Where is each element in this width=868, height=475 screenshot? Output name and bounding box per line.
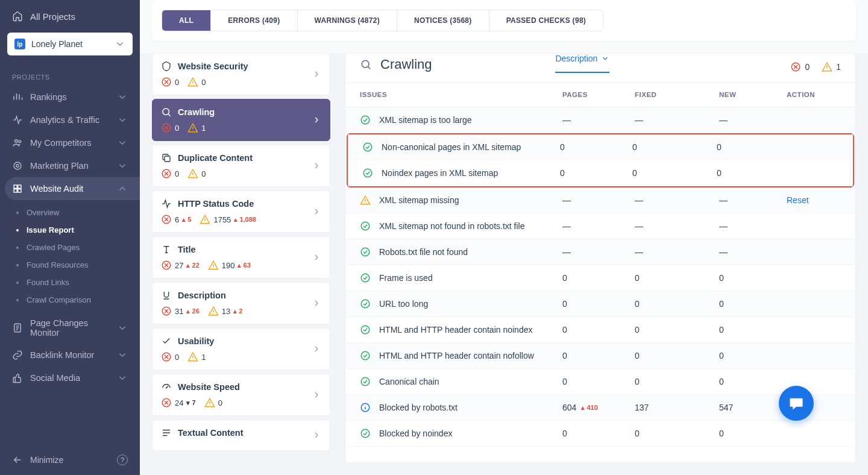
- category-card-security[interactable]: Website Security 0 0: [152, 53, 330, 95]
- table-row[interactable]: URL too long 0 0 0: [345, 291, 855, 317]
- filter-tab[interactable]: ALL: [162, 10, 211, 31]
- sidebar-subitem[interactable]: Overview: [0, 204, 140, 221]
- sidebar-item-label: Social Media: [30, 373, 80, 383]
- error-count: 6: [175, 215, 179, 224]
- all-projects-link[interactable]: All Projects: [7, 7, 133, 25]
- sidebar-subitem[interactable]: Found Links: [0, 274, 140, 291]
- error-icon: [161, 122, 172, 133]
- chat-button[interactable]: [779, 386, 814, 421]
- sidebar-item-backlink[interactable]: Backlink Monitor: [0, 344, 140, 366]
- chevron-down-icon: [117, 373, 128, 383]
- speed-icon: [161, 382, 172, 392]
- sidebar-item-pagechanges[interactable]: Page Changes Monitor: [0, 312, 140, 344]
- filter-label: Description: [555, 54, 597, 63]
- chevron-down-icon: [117, 350, 128, 360]
- new-value: 0: [717, 142, 784, 152]
- category-card-desc[interactable]: Description 31▴ 26 13▴ 2: [152, 282, 330, 324]
- error-delta: ▴ 26: [186, 307, 199, 315]
- textual-icon: [161, 427, 172, 438]
- chevron-right-icon: [312, 344, 321, 354]
- help-icon[interactable]: ?: [117, 455, 128, 465]
- fixed-value: 137: [635, 403, 719, 412]
- category-title: Website Speed: [178, 382, 240, 392]
- chat-icon: [788, 395, 805, 412]
- error-icon: [161, 306, 172, 316]
- fixed-value: 0: [635, 325, 719, 335]
- category-title: Website Security: [178, 61, 248, 71]
- minimize-button[interactable]: Minimize ?: [0, 445, 140, 475]
- filter-tab[interactable]: PASSED CHECKS (98): [489, 10, 603, 31]
- pass-icon: [360, 272, 371, 283]
- warning-icon: [208, 306, 219, 316]
- pages-value: 0: [562, 351, 567, 360]
- filter-tab[interactable]: NOTICES (3568): [397, 10, 489, 31]
- usability-icon: [161, 336, 172, 347]
- project-selector[interactable]: lp Lonely Planet: [7, 33, 133, 55]
- sidebar-subitem[interactable]: Found Resources: [0, 256, 140, 274]
- issue-name: XML sitemap is too large: [379, 115, 472, 125]
- http-icon: [161, 198, 172, 209]
- category-card-http[interactable]: HTTP Status Code 6▴ 5 1755▴ 1,088: [152, 190, 330, 233]
- category-card-speed[interactable]: Website Speed 24▾ 7 0: [152, 374, 330, 416]
- sidebar-item-competitors[interactable]: My Competitors: [0, 131, 140, 154]
- pass-icon: [362, 168, 373, 178]
- sidebar-subitem[interactable]: Crawl Comparison: [0, 291, 140, 309]
- sidebar-item-rankings[interactable]: Rankings: [0, 86, 140, 109]
- chevron-down-icon: [117, 137, 128, 148]
- category-title: Description: [178, 291, 226, 300]
- sidebar-item-analytics[interactable]: Analytics & Traffic: [0, 109, 140, 131]
- pages-value: —: [562, 247, 571, 257]
- pass-icon: [360, 115, 371, 125]
- sidebar-item-label: Page Changes Monitor: [30, 318, 110, 338]
- issue-name: Blocked by robots.txt: [379, 403, 458, 412]
- table-row[interactable]: XML sitemap not found in robots.txt file…: [345, 213, 855, 239]
- search-icon: [360, 58, 372, 71]
- category-card-crawling[interactable]: Crawling 0 1: [152, 99, 330, 141]
- category-card-usability[interactable]: Usability 0 1: [152, 328, 330, 370]
- sidebar-item-social[interactable]: Social Media: [0, 366, 140, 389]
- category-card-duplicate[interactable]: Duplicate Content 0 0: [152, 145, 330, 187]
- table-row[interactable]: Robots.txt file not found — — —: [345, 239, 855, 265]
- table-row[interactable]: Noindex pages in XML sitemap 0 0 0: [348, 160, 853, 186]
- filter-tab[interactable]: ERRORS (409): [211, 10, 297, 31]
- sidebar-subitem[interactable]: Issue Report: [0, 221, 140, 239]
- error-count: 0: [175, 169, 179, 178]
- table-row[interactable]: HTML and HTTP header contain noindex 0 0…: [345, 317, 855, 343]
- pages-value: 604: [562, 403, 576, 412]
- new-value: —: [719, 195, 787, 205]
- filter-dropdown[interactable]: Description: [555, 54, 609, 73]
- chevron-right-icon: [312, 69, 321, 79]
- sidebar-item-audit[interactable]: Website Audit: [5, 177, 140, 200]
- warning-icon: [204, 397, 215, 408]
- pages-value: 0: [562, 299, 567, 309]
- category-card-title[interactable]: Title 27▴ 22 190▴ 63: [152, 236, 330, 278]
- analytics-icon: [12, 115, 23, 125]
- filter-tab[interactable]: WARNINGS (4872): [298, 10, 398, 31]
- new-value: 0: [719, 377, 787, 386]
- table-row[interactable]: XML sitemap is too large — — —: [345, 107, 855, 133]
- main-area: ALLERRORS (409)WARNINGS (4872)NOTICES (3…: [140, 0, 868, 475]
- table-row[interactable]: XML sitemap missing — — — Reset: [345, 187, 855, 213]
- table-row[interactable]: Canonical chain 0 0 0: [345, 369, 855, 395]
- table-row[interactable]: Frame is used 0 0 0: [345, 265, 855, 291]
- chevron-down-icon: [601, 54, 609, 63]
- table-row[interactable]: Non-canonical pages in XML sitemap 0 0 0: [348, 134, 853, 160]
- issue-name: URL too long: [379, 299, 428, 309]
- pass-icon: [360, 376, 371, 387]
- fixed-value: —: [635, 115, 719, 125]
- category-card-textual[interactable]: Textual Content: [152, 420, 330, 451]
- table-row[interactable]: Blocked by noindex 0 0 0: [345, 421, 855, 447]
- sidebar-item-label: Backlink Monitor: [30, 350, 94, 360]
- table-row[interactable]: HTML and HTTP header contain nofollow 0 …: [345, 343, 855, 369]
- pass-icon: [360, 247, 371, 257]
- error-icon: [790, 61, 801, 72]
- sidebar-item-label: My Competitors: [30, 138, 92, 148]
- sidebar-item-marketing[interactable]: Marketing Plan: [0, 154, 140, 177]
- table-header: ISSUES PAGES FIXED NEW ACTION: [345, 83, 855, 107]
- error-count: 24: [175, 398, 183, 407]
- sidebar-subitem[interactable]: Crawled Pages: [0, 239, 140, 256]
- warning-count: 1: [201, 124, 206, 133]
- action-link[interactable]: Reset: [787, 195, 841, 205]
- header-issues: ISSUES: [360, 91, 562, 98]
- error-icon: [161, 397, 172, 408]
